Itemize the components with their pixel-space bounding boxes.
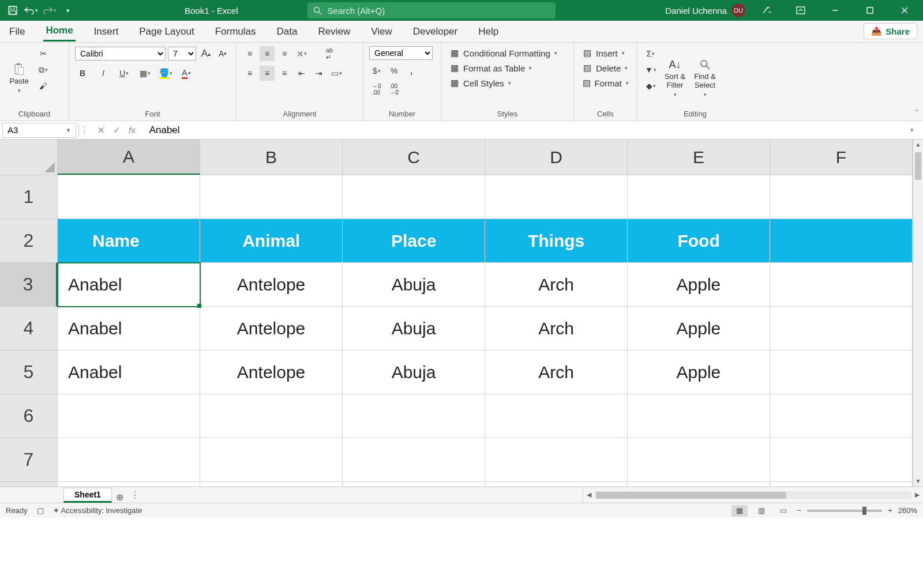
currency-button[interactable]: $▾ [369,63,384,78]
font-color-button[interactable]: A▾ [179,66,194,81]
row-header-3[interactable]: 3 [0,263,57,307]
column-header-B[interactable]: B [200,140,343,175]
close-button[interactable] [891,0,918,21]
scroll-left-button[interactable]: ◀ [583,491,595,499]
cell-D3[interactable]: Arch [485,263,628,307]
grow-font-button[interactable]: A▴ [198,46,213,61]
find-select-button[interactable]: Find & Select▾ [692,46,718,108]
row-header-7[interactable]: 7 [0,438,57,482]
maximize-button[interactable] [856,0,884,21]
row-header-6[interactable]: 6 [0,394,57,438]
cell-E7[interactable] [628,438,770,482]
share-button[interactable]: 📤Share [864,23,917,39]
ribbon-mode-icon[interactable] [787,0,815,21]
cell-A4[interactable]: Anabel [58,307,200,350]
tab-help[interactable]: Help [476,22,501,41]
align-top-button[interactable]: ≡ [242,46,257,61]
percent-button[interactable]: % [387,63,402,78]
cell-E5[interactable]: Apple [628,350,770,394]
redo-button[interactable]: ▾ [42,2,58,18]
tab-data[interactable]: Data [275,22,300,41]
sort-filter-button[interactable]: A↓ Sort & Filter▾ [662,46,688,108]
cell-D8[interactable] [485,482,628,487]
clear-button[interactable]: ◆▾ [643,78,658,93]
cell-B2[interactable]: Animal [200,219,343,263]
cell-B5[interactable]: Antelope [200,350,343,394]
horizontal-scrollbar[interactable]: ◀ ▶ [583,487,923,503]
increase-decimal-button[interactable]: ←0.00 [369,82,384,97]
autosum-button[interactable]: Σ▾ [643,46,658,61]
cell-A2[interactable]: Name [58,219,200,263]
page-layout-view-button[interactable]: ▥ [753,505,770,517]
name-box[interactable]: A3▼ [2,123,76,138]
cell-F8[interactable] [770,482,913,487]
align-bottom-button[interactable]: ≡ [277,46,292,61]
zoom-out-button[interactable]: − [797,506,802,515]
cell-B3[interactable]: Antelope [200,263,343,307]
align-middle-button[interactable]: ≡ [260,46,275,61]
font-size-combo[interactable]: 7 [168,47,196,61]
cell-B6[interactable] [200,394,343,438]
align-left-button[interactable]: ≡ [242,66,257,81]
copy-button[interactable]: ⧉▾ [36,62,51,77]
cells-area[interactable]: NameAnimalPlaceThingsFoodAnabelAntelopeA… [58,175,913,487]
cell-C7[interactable] [343,438,485,482]
cell-E1[interactable] [628,175,770,219]
cell-F2[interactable] [770,219,913,263]
cell-E2[interactable]: Food [628,219,770,263]
cell-A3[interactable]: Anabel [58,263,200,307]
paste-button[interactable]: Paste▾ [6,46,32,108]
scroll-thumb[interactable] [915,152,921,180]
cell-B7[interactable] [200,438,343,482]
tab-home[interactable]: Home [43,21,75,42]
decrease-indent-button[interactable]: ⇤ [294,66,309,81]
cell-E3[interactable]: Apple [628,263,770,307]
cell-F7[interactable] [770,438,913,482]
row-header-5[interactable]: 5 [0,350,57,394]
cell-D5[interactable]: Arch [485,350,628,394]
cut-button[interactable]: ✂ [36,46,51,61]
tab-view[interactable]: View [369,22,395,41]
select-all-corner[interactable] [0,140,58,175]
cell-D4[interactable]: Arch [485,307,628,350]
fill-button[interactable]: ▼▾ [643,62,658,77]
cell-C8[interactable] [343,482,485,487]
format-painter-button[interactable]: 🖌 [36,78,51,93]
macro-record-icon[interactable]: ▢ [37,506,44,515]
cell-E4[interactable]: Apple [628,307,770,350]
underline-button[interactable]: U▾ [117,66,132,81]
cell-F6[interactable] [770,394,913,438]
scroll-down-button[interactable]: ▼ [913,476,923,487]
wrap-text-button[interactable]: ab↵ [322,46,337,61]
cell-B8[interactable] [200,482,343,487]
cell-A6[interactable] [58,394,200,438]
zoom-slider[interactable] [807,510,882,512]
zoom-in-button[interactable]: + [888,506,892,515]
cell-C2[interactable]: Place [343,219,485,263]
tab-insert[interactable]: Insert [92,22,121,41]
format-cells-button[interactable]: ▤Format▾ [580,76,631,90]
cell-C5[interactable]: Abuja [343,350,485,394]
expand-formula-bar[interactable]: ▾ [910,126,914,134]
cell-A5[interactable]: Anabel [58,350,200,394]
bold-button[interactable]: B [75,66,90,81]
cancel-formula-button[interactable]: ✕ [97,125,105,135]
tab-splitter[interactable]: ⋮ [128,487,142,503]
row-header-1[interactable]: 1 [0,175,57,219]
increase-indent-button[interactable]: ⇥ [312,66,327,81]
font-name-combo[interactable]: Calibri [75,47,166,61]
cell-A7[interactable] [58,438,200,482]
format-as-table-button[interactable]: ▦Format as Table▾ [447,61,568,75]
save-icon[interactable] [5,2,21,18]
user-account[interactable]: Daniel Uchenna DU [665,3,745,17]
tab-formulas[interactable]: Formulas [213,22,258,41]
tab-page-layout[interactable]: Page Layout [137,22,196,41]
cell-B4[interactable]: Antelope [200,307,343,350]
insert-cells-button[interactable]: ▤Insert▾ [580,46,631,60]
conditional-formatting-button[interactable]: ▦Conditional Formatting▾ [447,46,568,60]
tab-developer[interactable]: Developer [411,22,460,41]
fx-button[interactable]: fx [129,125,136,135]
cell-D1[interactable] [485,175,628,219]
formula-input[interactable]: Anabel▾ [144,125,923,136]
shrink-font-button[interactable]: A▾ [216,46,230,61]
